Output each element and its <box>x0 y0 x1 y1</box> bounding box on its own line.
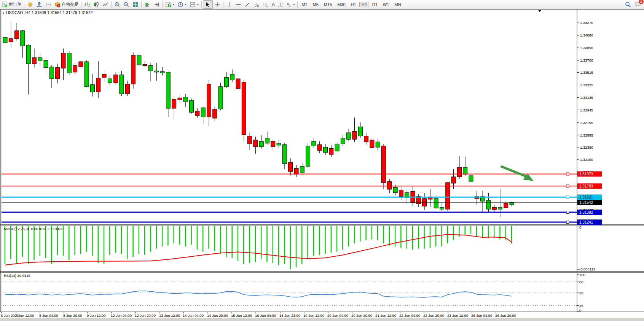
candle <box>248 136 252 144</box>
svg-text:20 Jun 04:00: 20 Jun 04:00 <box>327 313 348 318</box>
candle <box>9 39 13 42</box>
line-drag-handle[interactable] <box>566 185 569 188</box>
fibonacci-button[interactable]: F <box>261 1 270 8</box>
svg-text:1.33890: 1.33890 <box>580 46 593 50</box>
cursor-button[interactable] <box>203 0 213 9</box>
macd-label: MACD(12,26,9) -0.001616 -0.001480 <box>4 227 64 231</box>
crosshair-button[interactable] <box>213 1 222 8</box>
line-drag-handle[interactable] <box>566 211 569 213</box>
period-button-d1[interactable]: D1 <box>370 2 380 7</box>
horizontal-line-button[interactable] <box>234 1 243 8</box>
periods-dropdown[interactable]: ▾ <box>176 1 188 8</box>
candle <box>457 167 461 177</box>
candlestick-button[interactable] <box>92 1 101 8</box>
candle <box>15 31 19 39</box>
bar-chart-button[interactable] <box>83 1 92 8</box>
candle <box>271 141 275 146</box>
profile-button[interactable] <box>35 1 44 8</box>
candle <box>341 138 345 144</box>
svg-text:1.32380: 1.32380 <box>580 145 593 149</box>
period-button-m1[interactable]: M1 <box>299 2 309 7</box>
svg-text:14 Jun 20:00: 14 Jun 20:00 <box>207 313 228 318</box>
candle <box>49 67 54 79</box>
channel-icon: E <box>253 2 260 8</box>
candle <box>393 188 397 193</box>
zoom-out-button[interactable] <box>122 1 131 8</box>
line-drag-handle[interactable] <box>566 196 569 199</box>
candle <box>300 166 304 173</box>
svg-text:12 Jun 04:00: 12 Jun 04:00 <box>111 313 132 318</box>
period-button-h4[interactable]: H4 <box>359 2 369 7</box>
auto-scroll-button[interactable] <box>143 1 152 8</box>
rsi-axis-80: 80 <box>579 280 583 284</box>
indicators-icon <box>165 2 171 8</box>
candle <box>312 141 316 146</box>
candle <box>166 72 170 108</box>
autotrading-button[interactable]: 自动交易 <box>53 1 80 8</box>
toolbar-separator <box>141 1 142 8</box>
candle <box>21 31 25 46</box>
search-icon[interactable] <box>625 2 631 8</box>
period-button-m30[interactable]: M30 <box>335 2 348 7</box>
svg-text:26 Jun 04:00: 26 Jun 04:00 <box>471 313 492 318</box>
svg-text:1.34080: 1.34080 <box>580 33 593 37</box>
line-drag-handle[interactable] <box>566 173 569 175</box>
svg-text:20 Jun 20:00: 20 Jun 20:00 <box>351 313 372 318</box>
candle <box>364 136 368 142</box>
toolbar-separator <box>162 1 163 8</box>
svg-text:1.31789: 1.31789 <box>579 184 593 188</box>
candle <box>120 75 124 94</box>
candle <box>376 142 380 147</box>
period-button-mn[interactable]: MN <box>392 2 403 7</box>
candle <box>242 82 246 135</box>
svg-text:1.34270: 1.34270 <box>580 21 593 25</box>
line-drag-handle[interactable] <box>566 221 569 224</box>
arrows-dropdown[interactable]: ▾ <box>284 1 296 8</box>
candle <box>114 75 118 83</box>
period-button-m5[interactable]: M5 <box>310 2 320 7</box>
candle <box>131 55 135 84</box>
symbol-dropdown-icon[interactable]: ▼ <box>2 12 5 14</box>
svg-text:8 Jun 04:00: 8 Jun 04:00 <box>39 313 58 318</box>
svg-text:1.31241: 1.31241 <box>579 220 593 224</box>
chart-window[interactable]: 1.342701.340801.338901.337001.335151.333… <box>0 0 644 321</box>
candle <box>195 111 199 116</box>
candle <box>172 99 176 108</box>
candle <box>213 109 217 118</box>
new-order-button[interactable]: 新订单 <box>0 1 23 8</box>
svg-text:1.31973: 1.31973 <box>579 172 593 176</box>
vertical-line-button[interactable] <box>225 1 234 8</box>
svg-text:E: E <box>257 5 259 7</box>
text-icon: A <box>272 2 275 7</box>
chart-shift-button[interactable] <box>152 1 161 8</box>
price-tag: 1.31542 <box>577 200 602 205</box>
charts-button[interactable] <box>26 1 35 8</box>
rsi-axis-15: 15 <box>579 304 583 308</box>
rsi-axis-0: 0 <box>579 308 581 313</box>
tile-windows-button[interactable] <box>131 1 140 8</box>
candle <box>259 141 263 146</box>
zoom-in-button[interactable] <box>113 1 122 8</box>
period-button-w1[interactable]: W1 <box>381 2 392 7</box>
dropdown-caret: ▾ <box>185 3 187 6</box>
chat-button[interactable]: 1 <box>635 1 641 8</box>
trendline-icon <box>244 2 250 8</box>
period-button-m15[interactable]: M15 <box>322 2 334 7</box>
period-button-h1[interactable]: H1 <box>349 2 359 7</box>
autotrading-icon <box>54 2 61 8</box>
line-chart-button[interactable] <box>101 1 110 8</box>
new-order-label: 新订单 <box>9 2 21 7</box>
signals-button[interactable] <box>44 1 53 8</box>
text-button[interactable]: A <box>270 1 276 8</box>
svg-text:18 Jun 23:00: 18 Jun 23:00 <box>279 313 300 318</box>
indicators-dropdown[interactable]: ▾ <box>164 1 176 8</box>
candle <box>143 64 147 65</box>
new-order-icon <box>2 2 8 8</box>
zoom-in-icon <box>114 2 120 8</box>
svg-text:23 Jun 12:00: 23 Jun 12:00 <box>447 313 468 318</box>
text-label-button[interactable]: T <box>276 1 284 8</box>
channel-button[interactable]: E <box>252 1 261 8</box>
trendline-button[interactable] <box>243 1 252 8</box>
toolbar-separator <box>81 1 81 8</box>
templates-dropdown[interactable]: ▾ <box>188 1 200 8</box>
